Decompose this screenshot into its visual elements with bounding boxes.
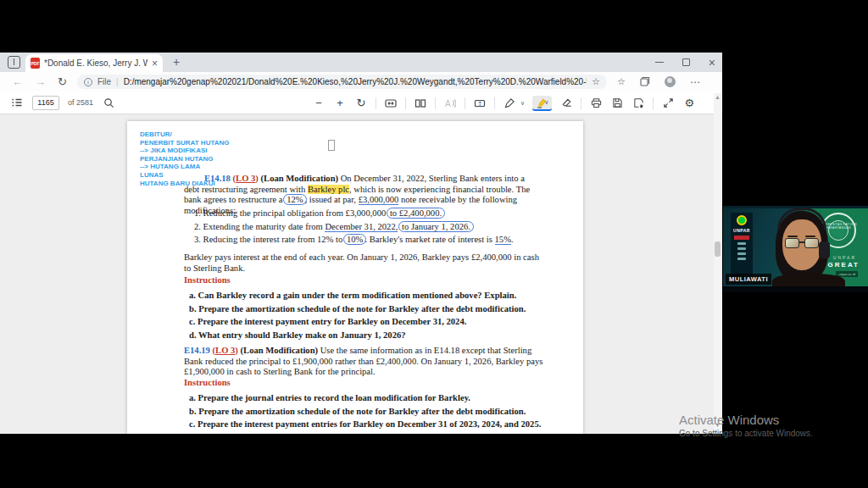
instructions-heading-1: Instructions <box>184 275 231 285</box>
pdf-page: DEBITUR/ PENERBIT SURAT HUTANG --> JIKA … <box>127 121 583 434</box>
tab-close-icon[interactable]: × <box>152 58 158 69</box>
scrollbar-thumb[interactable] <box>715 241 721 257</box>
list-item: c. Prepare the interest payment entries … <box>189 419 554 430</box>
zoom-out-icon[interactable]: − <box>312 97 326 110</box>
refresh-icon[interactable]: ↻ <box>58 75 67 88</box>
pdf-document-area[interactable]: DEBITUR/ PENERBIT SURAT HUTANG --> JIKA … <box>0 114 722 434</box>
back-icon[interactable]: ← <box>12 75 23 88</box>
search-icon[interactable] <box>102 96 115 109</box>
address-bar[interactable]: i File | D:/mengajar%20genap%202021/Dona… <box>77 75 607 89</box>
forward-icon[interactable]: → <box>35 75 46 88</box>
url-text: D:/mengajar%20genap%202021/Donald%20E.%2… <box>124 77 587 86</box>
banner-red-chip <box>734 236 749 240</box>
fullscreen-icon[interactable] <box>661 97 675 110</box>
page-number-input[interactable]: 1165 <box>32 96 59 110</box>
unpar-banner: UNPAR <box>731 213 753 280</box>
list-item: 2. Extending the maturity date from Dece… <box>194 222 533 233</box>
screen: PDF *Donald E. Kieso, Jerry J. Weyga × +… <box>0 0 868 488</box>
settings-menu-icon[interactable]: ⋯ <box>690 76 700 88</box>
tab-title: *Donald E. Kieso, Jerry J. Weyga <box>44 58 147 68</box>
webcam-overlay: UNPAR UNIVERSITAS KATOLIK PARAHYANGAN UN… <box>723 206 868 292</box>
scroll-up-icon[interactable]: ▲ <box>714 93 721 101</box>
maximize-button[interactable] <box>682 58 690 66</box>
instructions-list-2: a. Prepare the journal entries to record… <box>189 393 554 434</box>
url-scheme: File <box>97 77 111 86</box>
unpar-banner-label: UNPAR <box>733 228 750 233</box>
glasses <box>784 238 820 249</box>
list-item: b. Prepare the amortization schedule of … <box>189 304 554 315</box>
navigation-bar: ← → ↻ i File | D:/mengajar%20genap%20202… <box>0 72 722 92</box>
highlighter-button-active[interactable]: ∨ <box>532 96 552 111</box>
pdf-settings-gear-icon[interactable]: ⚙ <box>682 97 696 110</box>
table-of-contents-icon[interactable] <box>10 96 24 109</box>
participant-name-label: MULIAWATI <box>726 274 771 285</box>
list-item: b. Prepare the amortization schedule of … <box>189 407 554 418</box>
list-item: a. Prepare the journal entries to record… <box>189 393 554 404</box>
list-item: a. Can Barkley record a gain under the t… <box>189 291 554 302</box>
new-tab-button[interactable]: + <box>173 55 180 69</box>
save-as-icon[interactable] <box>632 97 645 110</box>
rotate-icon[interactable]: ↻ <box>354 97 368 110</box>
list-item: d. What entry should Barkley make on Jan… <box>189 433 554 434</box>
add-favorite-icon[interactable]: ☆ <box>592 76 600 87</box>
close-button[interactable]: × <box>709 57 715 69</box>
activate-windows-line2: Go to Settings to activate Windows. <box>679 429 813 438</box>
active-tab[interactable]: PDF *Donald E. Kieso, Jerry J. Weyga × <box>25 54 163 72</box>
page-total-label: of 2581 <box>68 98 93 107</box>
collections-icon[interactable] <box>640 75 650 90</box>
fit-to-width-icon[interactable] <box>384 97 398 110</box>
profile-avatar[interactable] <box>665 76 676 87</box>
pdf-toolbar: 1165 of 2581 − + ↻ A <box>0 92 722 114</box>
url-separator: | <box>116 77 119 86</box>
pdf-file-icon: PDF <box>31 58 40 69</box>
list-item: 3. Reducing the interest rate from 12% t… <box>194 235 533 246</box>
instructions-heading-2: Instructions <box>184 378 231 387</box>
unpar-logo-icon <box>737 215 747 225</box>
slogan-unpar: UNPAR <box>833 255 856 260</box>
list-item: c. Prepare the interest payment entry fo… <box>189 317 554 328</box>
highlighter-chevron-icon[interactable]: ∨ <box>544 99 548 106</box>
payment-paragraph: Barkley pays interest at the end of each… <box>184 252 542 274</box>
read-aloud-icon: A <box>443 97 457 110</box>
scrollbar[interactable]: ▲ ▼ <box>714 93 721 430</box>
svg-text:T: T <box>478 100 482 106</box>
draw-pen-icon[interactable] <box>503 97 516 110</box>
headset-earcup <box>819 241 830 258</box>
activate-windows-watermark: Activate Windows Go to Settings to activ… <box>679 413 813 438</box>
webcam-bottom-strip <box>723 286 868 292</box>
minimize-button[interactable] <box>655 62 664 63</box>
exercise-e14-19-paragraph: E14.19 (LO 3) (Loan Modification) Use th… <box>184 346 547 378</box>
window-controls: × <box>655 53 715 72</box>
svg-text:A: A <box>445 99 451 108</box>
print-icon[interactable] <box>589 97 603 110</box>
eraser-icon[interactable] <box>559 97 573 110</box>
tab-bar: PDF *Donald E. Kieso, Jerry J. Weyga × +… <box>0 53 722 72</box>
zoom-in-icon[interactable]: + <box>333 97 347 110</box>
draw-chevron-icon[interactable]: ∨ <box>520 100 525 107</box>
text-field-icon[interactable]: T <box>473 97 487 110</box>
favorites-icon[interactable]: ☆ <box>617 76 626 87</box>
modification-list: 1. Reducing the principal obligation fro… <box>194 208 533 248</box>
list-item: 1. Reducing the principal obligation fro… <box>194 208 533 219</box>
activate-windows-line1: Activate Windows <box>679 413 813 427</box>
save-icon[interactable] <box>610 97 624 110</box>
page-view-icon[interactable] <box>414 97 427 110</box>
empty-text-annotation-box[interactable] <box>328 140 335 151</box>
list-item: d. What entry should Barkley make on Jan… <box>189 330 554 341</box>
browser-window: PDF *Donald E. Kieso, Jerry J. Weyga × +… <box>0 53 722 434</box>
instructions-list-1: a. Can Barkley record a gain under the t… <box>189 291 554 343</box>
page-info-icon[interactable]: i <box>84 78 92 86</box>
tab-actions-icon[interactable] <box>8 56 20 69</box>
